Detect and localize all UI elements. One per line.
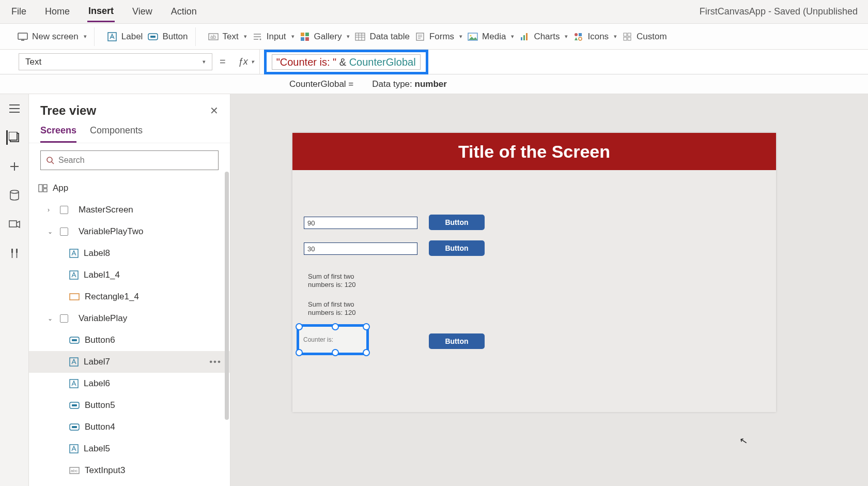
tree-item-icon bbox=[69, 402, 80, 409]
tree-item-label7[interactable]: Label7••• bbox=[29, 351, 230, 373]
selected-label7[interactable]: Counter is: bbox=[297, 324, 369, 355]
formula-bar: Text ▾ = ƒx ▾ "Counter is: " & CounterGl… bbox=[0, 50, 868, 74]
more-icon[interactable]: ••• bbox=[209, 357, 222, 367]
screen-canvas[interactable]: Title of the Screen Button Button Sum of… bbox=[292, 133, 776, 412]
checkbox-icon[interactable] bbox=[60, 227, 68, 236]
insert-text-menu[interactable]: ab Text ▾ bbox=[208, 32, 247, 42]
hamburger-icon[interactable] bbox=[7, 101, 22, 116]
tree-item-rectangle1_4[interactable]: Rectangle1_4 bbox=[29, 286, 230, 308]
tree-item-button4[interactable]: Button4 bbox=[29, 416, 230, 438]
insert-button-button[interactable]: Button bbox=[148, 32, 188, 42]
svg-rect-4 bbox=[150, 36, 156, 38]
chevron-down-icon: ▾ bbox=[84, 33, 87, 40]
menu-insert[interactable]: Insert bbox=[87, 2, 115, 22]
svg-rect-12 bbox=[305, 33, 309, 36]
svg-rect-36 bbox=[628, 37, 631, 40]
insert-gallery-menu[interactable]: Gallery ▾ bbox=[300, 32, 350, 42]
menu-action[interactable]: Action bbox=[170, 2, 198, 21]
chevron-down-icon: ▾ bbox=[291, 33, 295, 40]
svg-rect-47 bbox=[16, 249, 18, 253]
text-input-1[interactable] bbox=[304, 217, 417, 229]
insert-icons-menu[interactable]: Icons ▾ bbox=[573, 32, 617, 42]
tree-item-label8[interactable]: Label8 bbox=[29, 242, 230, 264]
tree-view-panel: Tree view ✕ Screens Components App›Maste… bbox=[29, 94, 230, 486]
chevron-down-icon: ▾ bbox=[203, 58, 206, 65]
insert-custom-menu[interactable]: Custom bbox=[622, 32, 667, 42]
property-selector[interactable]: Text ▾ bbox=[19, 53, 212, 70]
resize-handle-sw[interactable] bbox=[296, 349, 303, 356]
scrollbar[interactable] bbox=[225, 172, 229, 420]
resize-handle-se[interactable] bbox=[363, 349, 370, 356]
sum-label-1: Sum of first twonumbers is: 120 bbox=[308, 272, 356, 290]
svg-rect-14 bbox=[305, 37, 309, 41]
tree-item-label: TextInput3 bbox=[85, 465, 125, 476]
formula-input[interactable]: "Counter is: " & CounterGlobal bbox=[272, 54, 421, 70]
screen-title-bar: Title of the Screen bbox=[292, 133, 776, 170]
svg-rect-53 bbox=[43, 185, 47, 188]
canvas-button-1[interactable]: Button bbox=[429, 215, 485, 230]
resize-handle-nw[interactable] bbox=[296, 323, 303, 330]
close-icon[interactable]: ✕ bbox=[210, 104, 219, 117]
advanced-tools-rail-button[interactable] bbox=[7, 246, 22, 261]
svg-text:abc: abc bbox=[71, 468, 78, 473]
menu-view[interactable]: View bbox=[131, 2, 153, 21]
insert-data-table-button[interactable]: Data table bbox=[355, 32, 410, 42]
insert-forms-menu[interactable]: Forms ▾ bbox=[415, 32, 462, 42]
insert-input-menu[interactable]: Input ▾ bbox=[252, 32, 295, 42]
resize-handle-s[interactable] bbox=[332, 349, 339, 356]
insert-rail-button[interactable] bbox=[7, 159, 22, 174]
resize-handle-ne[interactable] bbox=[363, 323, 370, 330]
formula-token-string: "Counter is: " bbox=[276, 56, 336, 68]
tree-item-variableplaytwo[interactable]: ⌄VariablePlayTwo bbox=[29, 221, 230, 242]
chevron-down-icon: ▾ bbox=[251, 58, 254, 65]
fx-button[interactable]: ƒx ▾ bbox=[233, 50, 260, 74]
tree-item-icon bbox=[38, 184, 48, 192]
svg-rect-34 bbox=[628, 33, 631, 36]
caret-icon[interactable]: ⌄ bbox=[48, 228, 55, 235]
insert-label-button[interactable]: Label bbox=[107, 32, 143, 42]
tree-search[interactable] bbox=[40, 150, 219, 170]
tree-item-label6[interactable]: Label6 bbox=[29, 373, 230, 394]
svg-point-44 bbox=[10, 190, 19, 193]
menu-home[interactable]: Home bbox=[44, 2, 71, 21]
tree-item-button6[interactable]: Button6 bbox=[29, 329, 230, 351]
tree-item-label: Label5 bbox=[84, 444, 110, 454]
canvas-button-2[interactable]: Button bbox=[429, 240, 485, 256]
tree-item-label1_4[interactable]: Label1_4 bbox=[29, 264, 230, 286]
tab-components[interactable]: Components bbox=[90, 122, 143, 143]
text-input-2[interactable] bbox=[304, 242, 417, 255]
tree-item-app[interactable]: App bbox=[29, 177, 230, 199]
tree-item-textinput3[interactable]: abcTextInput3 bbox=[29, 460, 230, 481]
caret-icon[interactable]: › bbox=[48, 206, 55, 214]
tree-item-label: Button6 bbox=[85, 335, 115, 345]
svg-line-51 bbox=[52, 162, 54, 164]
tree-item-label: Button5 bbox=[85, 400, 115, 411]
tree-view-rail-button[interactable] bbox=[6, 130, 21, 145]
svg-point-50 bbox=[47, 157, 52, 162]
svg-text:ab: ab bbox=[210, 34, 216, 40]
checkbox-icon[interactable] bbox=[60, 206, 68, 214]
data-rail-button[interactable] bbox=[7, 188, 22, 203]
canvas-button-3[interactable]: Button bbox=[429, 333, 485, 349]
insert-media-menu[interactable]: Media ▾ bbox=[468, 32, 514, 42]
tab-screens[interactable]: Screens bbox=[40, 122, 76, 143]
tree-item-icon bbox=[69, 337, 80, 344]
canvas-area[interactable]: Title of the Screen Button Button Sum of… bbox=[230, 94, 868, 486]
new-screen-button[interactable]: New screen ▾ bbox=[18, 32, 87, 42]
caret-icon[interactable]: ⌄ bbox=[48, 315, 55, 322]
insert-charts-menu[interactable]: Charts ▾ bbox=[519, 32, 568, 42]
left-rail bbox=[0, 94, 29, 486]
checkbox-icon[interactable] bbox=[60, 314, 68, 323]
tree-item-masterscreen[interactable]: ›MasterScreen bbox=[29, 199, 230, 221]
tree-item-variableplay[interactable]: ⌄VariablePlay bbox=[29, 308, 230, 329]
tree-item-icon bbox=[69, 357, 79, 367]
tree-search-input[interactable] bbox=[58, 156, 213, 165]
insert-forms-label: Forms bbox=[429, 32, 454, 42]
resize-handle-n[interactable] bbox=[332, 323, 339, 330]
menu-file[interactable]: File bbox=[10, 2, 27, 21]
tree-item-button5[interactable]: Button5 bbox=[29, 394, 230, 416]
tree-item-label5[interactable]: Label5 bbox=[29, 438, 230, 460]
media-rail-button[interactable] bbox=[7, 217, 22, 232]
formula-highlight-box: "Counter is: " & CounterGlobal bbox=[264, 50, 428, 74]
tree-item-label: App bbox=[53, 183, 68, 193]
